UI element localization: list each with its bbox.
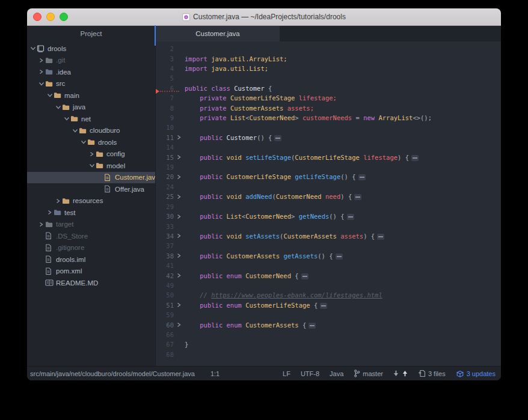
tree-row-drools-iml[interactable]: drools.iml: [27, 254, 155, 266]
encoding-widget[interactable]: UTF-8: [301, 370, 319, 377]
code-line-37: 37: [156, 241, 501, 251]
chevron-down-icon[interactable]: [88, 163, 96, 168]
folded-region-placeholder[interactable]: [358, 174, 366, 180]
changed-files-icon: [418, 370, 426, 377]
incoming-commits-icon[interactable]: [393, 370, 399, 377]
screen: Customer.java — ~/IdeaProjects/tutorials…: [0, 0, 528, 420]
chevron-down-icon[interactable]: [37, 81, 45, 87]
code-line-11: 11 public Customer() {: [156, 133, 501, 142]
tree-row-resources[interactable]: resources: [27, 195, 155, 207]
fold-chevron-icon[interactable]: [174, 214, 185, 219]
line-separator-widget[interactable]: LF: [283, 370, 290, 377]
editor-pane[interactable]: 23import java.util.ArrayList;4import jav…: [156, 41, 501, 366]
changed-files-widget[interactable]: 3 files: [418, 370, 446, 377]
fold-chevron-icon[interactable]: [174, 302, 185, 308]
chevron-down-icon[interactable]: [29, 46, 37, 51]
line-number: 37: [156, 242, 174, 249]
chevron-right-icon[interactable]: [88, 151, 96, 157]
tree-row--ds-store[interactable]: .DS_Store: [27, 230, 155, 242]
folded-region-placeholder[interactable]: [274, 135, 281, 141]
tab-customer-java[interactable]: Customer.java: [156, 26, 280, 41]
chevron-right-icon[interactable]: [37, 222, 45, 227]
tree-row-java[interactable]: java: [27, 102, 155, 114]
outgoing-commits-icon[interactable]: [402, 370, 408, 377]
folded-region-placeholder[interactable]: [354, 194, 361, 200]
tree-item-label: test: [64, 209, 76, 216]
fold-chevron-icon[interactable]: [174, 322, 185, 327]
fold-chevron-icon[interactable]: [174, 174, 185, 180]
tree-item-label: .DS_Store: [55, 233, 88, 240]
fold-chevron-icon[interactable]: [174, 273, 185, 278]
tree-row-pom-xml[interactable]: pom.xml: [27, 266, 155, 278]
tree-row-cloudburo[interactable]: cloudburo: [27, 125, 155, 137]
chevron-down-icon[interactable]: [46, 93, 54, 98]
code-line-60: 60 public enum CustomerAssets {: [156, 320, 501, 329]
tree-row-model[interactable]: model: [27, 160, 155, 172]
fold-chevron-icon[interactable]: [174, 154, 185, 160]
tree-row-config[interactable]: config: [27, 148, 155, 160]
tree-row-test[interactable]: test: [27, 207, 155, 219]
file-path: src/main/java/net/cloudburo/drools/model…: [30, 370, 195, 377]
project-tree[interactable]: drools.git.ideasrcmainjavanetcloudburodr…: [27, 41, 156, 366]
fold-chevron-icon[interactable]: [174, 194, 185, 199]
tree-item-label: .git: [55, 56, 65, 64]
line-number: 68: [156, 351, 174, 358]
line-number: 6: [156, 85, 174, 92]
tree-row-drools[interactable]: drools: [27, 136, 155, 148]
git-branch-widget[interactable]: master: [354, 370, 383, 377]
minimize-button[interactable]: [46, 13, 55, 21]
chevron-down-icon[interactable]: [79, 139, 87, 145]
folder-icon: [54, 209, 64, 216]
package-updates-widget[interactable]: 3 updates: [456, 370, 496, 377]
tree-row-customer-java[interactable]: Customer.java: [27, 172, 155, 184]
chevron-down-icon[interactable]: [71, 128, 79, 133]
chevron-down-icon[interactable]: [54, 105, 62, 110]
code-text: private CustomerLifeStage lifestage;: [185, 94, 337, 102]
code-line-20: 20 public CustomerLifeStage getLifeStage…: [156, 172, 501, 181]
tree-row-readme-md[interactable]: README.MD: [27, 277, 155, 289]
tree-row--gitignore[interactable]: .gitignore: [27, 242, 155, 254]
tree-row-drools[interactable]: drools: [27, 43, 155, 55]
code-text: public void setAssets(CustomerAssets ass…: [185, 233, 384, 240]
folded-region-placeholder[interactable]: [320, 303, 327, 309]
tree-row-target[interactable]: target: [27, 219, 155, 231]
caret-position-widget[interactable]: 1:1: [210, 370, 219, 377]
folded-region-placeholder[interactable]: [347, 214, 354, 220]
zoom-button[interactable]: [60, 13, 68, 21]
folded-region-placeholder[interactable]: [336, 254, 343, 260]
code-line-15: 15 public void setLifeStage(CustomerLife…: [156, 152, 501, 162]
chevron-right-icon[interactable]: [37, 69, 45, 75]
fold-chevron-icon[interactable]: [174, 253, 185, 258]
tree-row--git[interactable]: .git: [27, 55, 155, 67]
code-line-33: 33: [156, 221, 501, 231]
code-line-34: 34 public void setAssets(CustomerAssets …: [156, 231, 501, 241]
comment-link[interactable]: https://www.peoples-ebank.com/lifestages…: [211, 291, 382, 299]
tree-row--idea[interactable]: .idea: [27, 66, 155, 78]
chevron-right-icon[interactable]: [37, 58, 45, 63]
folded-region-placeholder[interactable]: [377, 234, 384, 240]
tree-row-src[interactable]: src: [27, 78, 155, 90]
folded-region-placeholder[interactable]: [301, 273, 309, 279]
folded-region-placeholder[interactable]: [309, 323, 316, 329]
fold-chevron-icon[interactable]: [174, 135, 185, 140]
chevron-down-icon[interactable]: [63, 116, 70, 121]
folder-icon: [45, 221, 55, 228]
tree-row-net[interactable]: net: [27, 113, 155, 125]
tree-row-offer-java[interactable]: Offer.java: [27, 183, 155, 195]
folder-icon: [54, 92, 64, 99]
tree-row-main[interactable]: main: [27, 90, 155, 102]
code-text: import java.util.ArrayList;: [185, 55, 287, 62]
code-text: public void setLifeStage(CustomerLifeSta…: [185, 154, 419, 161]
close-button[interactable]: [33, 13, 41, 21]
language-widget[interactable]: Java: [330, 370, 343, 377]
chevron-right-icon[interactable]: [46, 210, 54, 215]
tree-item-label: resources: [72, 197, 103, 204]
vcs-update-push-widget[interactable]: [393, 370, 408, 377]
project-panel-header[interactable]: Project: [27, 26, 156, 41]
chevron-right-icon[interactable]: [54, 198, 62, 204]
folder-icon: [62, 198, 72, 204]
fold-chevron-icon[interactable]: [174, 233, 185, 239]
code-area[interactable]: 23import java.util.ArrayList;4import jav…: [156, 44, 501, 366]
tree-item-label: pom.xml: [55, 267, 82, 275]
folded-region-placeholder[interactable]: [411, 155, 419, 161]
